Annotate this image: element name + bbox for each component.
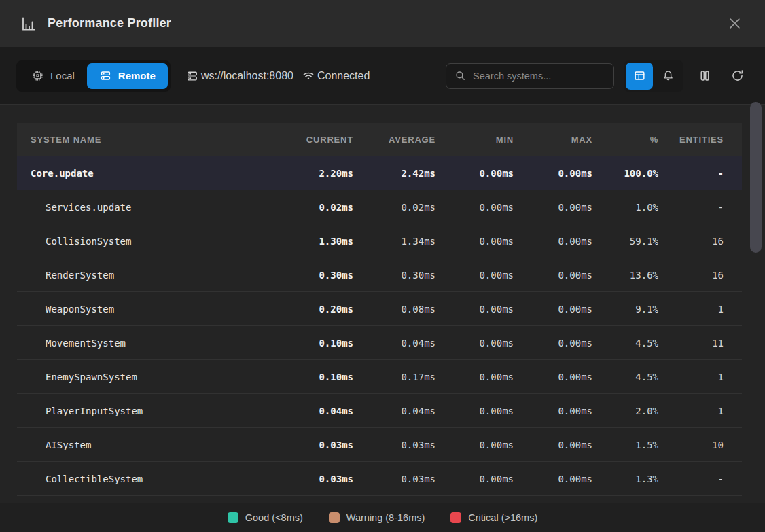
- percent-cell: 13.6%: [592, 270, 658, 281]
- entities-cell: 1: [658, 406, 724, 416]
- column-header-min[interactable]: MIN: [435, 135, 514, 145]
- entities-cell: 16: [658, 236, 724, 247]
- toolbar: Local Remote ws://localhost:808: [0, 48, 765, 105]
- connection-status-group: Connected: [302, 69, 370, 83]
- min-cell: 0.00ms: [435, 338, 514, 349]
- min-cell: 0.00ms: [435, 406, 514, 416]
- column-header-entities[interactable]: ENTITIES: [658, 135, 724, 145]
- name-cell: EnemySpawnSystem: [31, 372, 279, 383]
- table-view-button[interactable]: [626, 63, 653, 90]
- max-cell: 0.00ms: [514, 202, 592, 213]
- search-icon: [455, 70, 466, 82]
- refresh-button[interactable]: [726, 65, 749, 88]
- legend-swatch-icon: [228, 512, 238, 523]
- legend-item: Good (<8ms): [228, 512, 303, 523]
- close-icon: [728, 16, 742, 31]
- connection-status: Connected: [317, 70, 370, 82]
- name-cell: Core.update: [31, 168, 279, 179]
- entities-cell: 1: [658, 372, 724, 383]
- max-cell: 0.00ms: [514, 372, 592, 383]
- column-header-average[interactable]: AVERAGE: [353, 135, 435, 145]
- current-cell: 0.30ms: [279, 270, 353, 281]
- name-cell: AISystem: [31, 440, 279, 450]
- server-url-icon: [185, 69, 199, 83]
- average-cell: 1.34ms: [353, 236, 435, 247]
- title-bar: Performance Profiler: [0, 0, 765, 48]
- current-cell: 0.03ms: [279, 440, 353, 450]
- current-cell: 0.10ms: [279, 338, 353, 349]
- table-row[interactable]: AISystem0.03ms0.03ms0.00ms0.00ms1.5%10: [17, 428, 742, 462]
- pause-button[interactable]: [693, 65, 716, 88]
- entities-cell: 1: [658, 304, 724, 315]
- min-cell: 0.00ms: [435, 270, 514, 281]
- name-cell: Services.update: [31, 202, 279, 213]
- entities-cell: -: [658, 168, 724, 179]
- current-cell: 1.30ms: [279, 236, 353, 247]
- percent-cell: 1.0%: [592, 202, 658, 213]
- legend-swatch-icon: [329, 512, 340, 523]
- max-cell: 0.00ms: [514, 406, 592, 416]
- min-cell: 0.00ms: [435, 474, 514, 484]
- name-cell: CollectibleSystem: [31, 474, 279, 484]
- search-input[interactable]: [473, 71, 605, 82]
- legend-item: Warning (8-16ms): [329, 512, 425, 523]
- bell-icon: [662, 69, 675, 82]
- table-row[interactable]: WeaponSystem0.20ms0.08ms0.00ms0.00ms9.1%…: [17, 292, 742, 326]
- close-button[interactable]: [725, 14, 745, 33]
- alerts-button[interactable]: [654, 63, 681, 90]
- table-row[interactable]: Services.update0.02ms0.02ms0.00ms0.00ms1…: [17, 190, 742, 224]
- column-header-percent[interactable]: %: [592, 135, 658, 145]
- max-cell: 0.00ms: [514, 338, 592, 349]
- column-header-max[interactable]: MAX: [514, 135, 592, 145]
- name-cell: RenderSystem: [31, 270, 279, 281]
- pause-icon: [698, 69, 712, 83]
- connection-info: ws://localhost:8080 Connected: [185, 69, 370, 83]
- table-row[interactable]: Core.update2.20ms2.42ms0.00ms0.00ms100.0…: [17, 156, 742, 190]
- average-cell: 0.03ms: [353, 474, 435, 484]
- max-cell: 0.00ms: [514, 304, 592, 315]
- average-cell: 0.08ms: [353, 304, 435, 315]
- table-row[interactable]: EnemySpawnSystem0.10ms0.17ms0.00ms0.00ms…: [17, 360, 742, 394]
- server-icon: [99, 69, 112, 82]
- connection-url-group: ws://localhost:8080: [185, 69, 293, 83]
- local-mode-label: Local: [50, 70, 75, 82]
- wifi-icon: [302, 69, 315, 83]
- remote-mode-button[interactable]: Remote: [87, 63, 168, 89]
- max-cell: 0.00ms: [514, 168, 592, 179]
- percent-cell: 4.5%: [592, 338, 658, 349]
- min-cell: 0.00ms: [435, 236, 514, 247]
- search-box: [446, 63, 614, 89]
- legend-bar: Good (<8ms)Warning (8-16ms)Critical (>16…: [0, 503, 765, 532]
- entities-cell: -: [658, 202, 724, 213]
- table-row[interactable]: PlayerInputSystem0.04ms0.04ms0.00ms0.00m…: [17, 394, 742, 428]
- table-row[interactable]: CollectibleSystem0.03ms0.03ms0.00ms0.00m…: [17, 462, 742, 496]
- min-cell: 0.00ms: [435, 440, 514, 450]
- legend-label: Critical (>16ms): [468, 512, 537, 523]
- current-cell: 0.03ms: [279, 474, 353, 484]
- page-title: Performance Profiler: [48, 16, 171, 31]
- max-cell: 0.00ms: [514, 474, 592, 484]
- average-cell: 0.30ms: [353, 270, 435, 281]
- table-row[interactable]: MovementSystem0.10ms0.04ms0.00ms0.00ms4.…: [17, 326, 742, 360]
- column-header-system-name[interactable]: SYSTEM NAME: [31, 135, 279, 145]
- vertical-scrollbar-thumb[interactable]: [750, 102, 762, 253]
- table-row[interactable]: CollisionSystem1.30ms1.34ms0.00ms0.00ms5…: [17, 224, 742, 258]
- table-body: Core.update2.20ms2.42ms0.00ms0.00ms100.0…: [17, 156, 742, 496]
- table-view-icon: [633, 69, 646, 82]
- column-header-current[interactable]: CURRENT: [279, 135, 353, 145]
- systems-table: SYSTEM NAMECURRENTAVERAGEMINMAX%ENTITIES…: [17, 123, 742, 496]
- average-cell: 0.03ms: [353, 440, 435, 450]
- table-row[interactable]: RenderSystem0.30ms0.30ms0.00ms0.00ms13.6…: [17, 258, 742, 292]
- view-segmented-control: [624, 60, 683, 92]
- average-cell: 0.17ms: [353, 372, 435, 383]
- entities-cell: -: [658, 474, 724, 484]
- percent-cell: 100.0%: [592, 168, 658, 179]
- local-mode-button[interactable]: Local: [19, 63, 87, 89]
- table-header: SYSTEM NAMECURRENTAVERAGEMINMAX%ENTITIES: [17, 123, 742, 156]
- entities-cell: 11: [658, 338, 724, 349]
- refresh-icon: [730, 69, 745, 83]
- average-cell: 2.42ms: [353, 168, 435, 179]
- bar-chart-icon: [20, 16, 37, 32]
- average-cell: 0.02ms: [353, 202, 435, 213]
- name-cell: CollisionSystem: [31, 236, 279, 247]
